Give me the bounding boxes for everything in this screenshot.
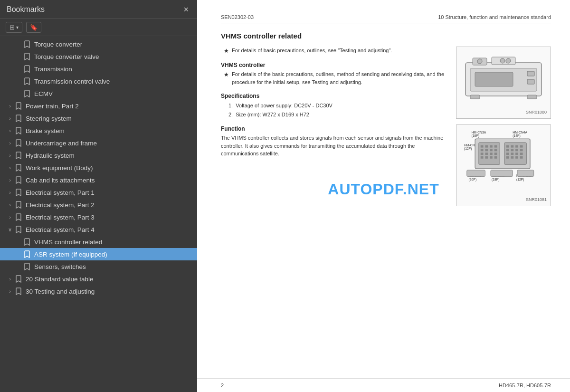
sidebar-item-label: Electrical system, Part 2 bbox=[26, 201, 192, 209]
spec-item-2: 2. Size (mm): W272 x D169 x H72 bbox=[228, 110, 448, 119]
sidebar-item-label: Power train, Part 2 bbox=[26, 103, 192, 110]
doc-image-1: SNR01080 bbox=[456, 47, 551, 119]
list-view-button[interactable]: ⊞ ▾ bbox=[6, 22, 22, 33]
svg-rect-8 bbox=[527, 71, 534, 76]
sidebar-item-label: Hydraulic system bbox=[26, 152, 192, 159]
svg-rect-29 bbox=[490, 149, 493, 151]
sidebar-item-transmission-control-valve[interactable]: ›Transmission control valve bbox=[0, 75, 197, 87]
sidebar-item-electrical-part2[interactable]: ›Electrical system, Part 2 bbox=[0, 199, 197, 211]
svg-rect-45 bbox=[515, 149, 518, 151]
svg-rect-54 bbox=[520, 156, 523, 159]
svg-text:(18P): (18P) bbox=[492, 178, 500, 182]
sidebar-item-electrical-part4[interactable]: ∨Electrical system, Part 4 bbox=[0, 223, 197, 236]
sidebar-item-label: Torque converter valve bbox=[34, 53, 192, 60]
bookmark-icon bbox=[14, 127, 23, 134]
svg-point-3 bbox=[477, 59, 482, 64]
bookmark-icon bbox=[23, 77, 31, 85]
chevron-down-icon: ▾ bbox=[16, 25, 19, 30]
expand-icon[interactable]: › bbox=[6, 288, 14, 294]
sidebar-item-label: 20 Standard value table bbox=[26, 276, 192, 283]
svg-text:(20P): (20P) bbox=[469, 178, 477, 182]
sidebar-item-label: Brake system bbox=[26, 127, 192, 134]
expand-icon[interactable]: › bbox=[6, 153, 14, 158]
sidebar-item-undercarriage-frame[interactable]: ›Undercarriage and frame bbox=[0, 137, 197, 149]
bookmark-icon bbox=[14, 139, 23, 147]
bookmark-tool-button[interactable]: 🔖 bbox=[26, 22, 41, 33]
bookmark-icon bbox=[14, 115, 23, 122]
svg-text:HM-CN4A: HM-CN4A bbox=[513, 131, 527, 134]
svg-rect-31 bbox=[481, 153, 484, 155]
svg-point-4 bbox=[500, 58, 505, 63]
svg-rect-63 bbox=[517, 170, 534, 177]
bookmark-icon bbox=[23, 65, 31, 73]
sidebar-item-ecmv[interactable]: ›ECMV bbox=[0, 87, 197, 100]
sidebar-item-asr-system[interactable]: ›ASR system (If equipped) bbox=[0, 248, 197, 260]
expand-icon[interactable]: › bbox=[6, 177, 14, 183]
expand-icon[interactable]: › bbox=[6, 214, 14, 220]
svg-rect-43 bbox=[506, 149, 509, 151]
connector-diagram-svg: HM-CN3A (18P) HM-CN4A (14P) HM-CN3B (12P… bbox=[461, 129, 546, 195]
doc-header-left: SEN02302-03 bbox=[221, 14, 254, 20]
expand-icon[interactable]: › bbox=[6, 103, 14, 109]
sidebar-item-hydraulic-system[interactable]: ›Hydraulic system bbox=[0, 149, 197, 162]
svg-point-5 bbox=[506, 58, 511, 63]
expand-icon[interactable]: › bbox=[6, 190, 14, 195]
sidebar-item-testing-adjusting[interactable]: ›30 Testing and adjusting bbox=[0, 285, 197, 297]
intro-bullet-text: For details of basic precautions, outlin… bbox=[232, 47, 392, 55]
expand-icon[interactable]: › bbox=[6, 128, 14, 134]
vhms-controller-section: VHMS controller ★ For details of the bas… bbox=[221, 62, 448, 86]
expand-icon[interactable]: › bbox=[6, 202, 14, 208]
svg-rect-51 bbox=[506, 156, 509, 159]
svg-rect-25 bbox=[490, 145, 493, 148]
sidebar-item-label: Transmission control valve bbox=[34, 78, 192, 85]
sidebar-item-work-equipment[interactable]: ›Work equipment (Body) bbox=[0, 162, 197, 174]
svg-rect-27 bbox=[481, 149, 484, 151]
svg-rect-37 bbox=[490, 156, 493, 159]
doc-image-2: HM-CN3A (18P) HM-CN4A (14P) HM-CN3B (12P… bbox=[456, 124, 551, 206]
svg-text:(12P): (12P) bbox=[516, 178, 524, 182]
sidebar-item-torque-converter[interactable]: ›Torque converter bbox=[0, 38, 197, 50]
sidebar-item-label: VHMS controller related bbox=[34, 239, 192, 246]
bookmark-icon bbox=[14, 201, 23, 209]
doc-header-bar: SEN02302-03 10 Structure, function and m… bbox=[221, 14, 551, 23]
bookmark-icon bbox=[23, 263, 31, 270]
sidebar-header: Bookmarks × bbox=[0, 0, 197, 19]
sidebar-item-label: 30 Testing and adjusting bbox=[26, 288, 192, 295]
sidebar-item-standard-value-table[interactable]: ›20 Standard value table bbox=[0, 273, 197, 285]
sidebar-item-label: Electrical system, Part 3 bbox=[26, 214, 192, 221]
sidebar-item-torque-converter-valve[interactable]: ›Torque converter valve bbox=[0, 50, 197, 63]
svg-rect-9 bbox=[527, 79, 534, 84]
expand-icon[interactable]: › bbox=[6, 276, 14, 282]
svg-rect-26 bbox=[494, 145, 497, 148]
sidebar-item-cab-attachments[interactable]: ›Cab and its attachments bbox=[0, 174, 197, 186]
expand-icon[interactable]: › bbox=[6, 140, 14, 146]
close-button[interactable]: × bbox=[180, 4, 191, 15]
expand-icon[interactable]: › bbox=[6, 115, 14, 121]
svg-rect-52 bbox=[511, 156, 513, 159]
expand-icon[interactable]: › bbox=[6, 165, 14, 171]
doc-text-column: ★ For details of basic precautions, outl… bbox=[221, 47, 448, 212]
sidebar-item-vhms-controller[interactable]: ›VHMS controller related bbox=[0, 236, 197, 248]
svg-rect-23 bbox=[481, 145, 484, 148]
doc-header-right: 10 Structure, function and maintenance s… bbox=[438, 14, 551, 20]
intro-bullet: ★ For details of basic precautions, outl… bbox=[224, 47, 448, 55]
svg-rect-39 bbox=[506, 145, 509, 148]
svg-rect-50 bbox=[520, 153, 523, 155]
sidebar-item-brake-system[interactable]: ›Brake system bbox=[0, 124, 197, 137]
svg-rect-44 bbox=[511, 149, 513, 151]
sidebar-item-electrical-part1[interactable]: ›Electrical system, Part 1 bbox=[0, 186, 197, 199]
sidebar-item-transmission[interactable]: ›Transmission bbox=[0, 63, 197, 75]
expand-icon[interactable]: ∨ bbox=[6, 227, 14, 233]
doc-layout: ★ For details of basic precautions, outl… bbox=[221, 47, 551, 212]
sidebar-item-label: Sensors, switches bbox=[34, 263, 192, 270]
sidebar-item-power-train-2[interactable]: ›Power train, Part 2 bbox=[0, 100, 197, 112]
svg-rect-35 bbox=[481, 156, 484, 159]
sidebar-item-steering-system[interactable]: ›Steering system bbox=[0, 112, 197, 124]
svg-text:HM-CN3A: HM-CN3A bbox=[471, 131, 486, 134]
svg-text:(18P): (18P) bbox=[471, 134, 479, 138]
bookmark-icon bbox=[14, 287, 23, 295]
sidebar-item-electrical-part3[interactable]: ›Electrical system, Part 3 bbox=[0, 211, 197, 223]
sidebar-item-sensors-switches[interactable]: ›Sensors, switches bbox=[0, 260, 197, 273]
bookmark-list: ›Torque converter›Torque converter valve… bbox=[0, 36, 197, 392]
function-text: The VHMS controller collects and stores … bbox=[221, 134, 448, 158]
